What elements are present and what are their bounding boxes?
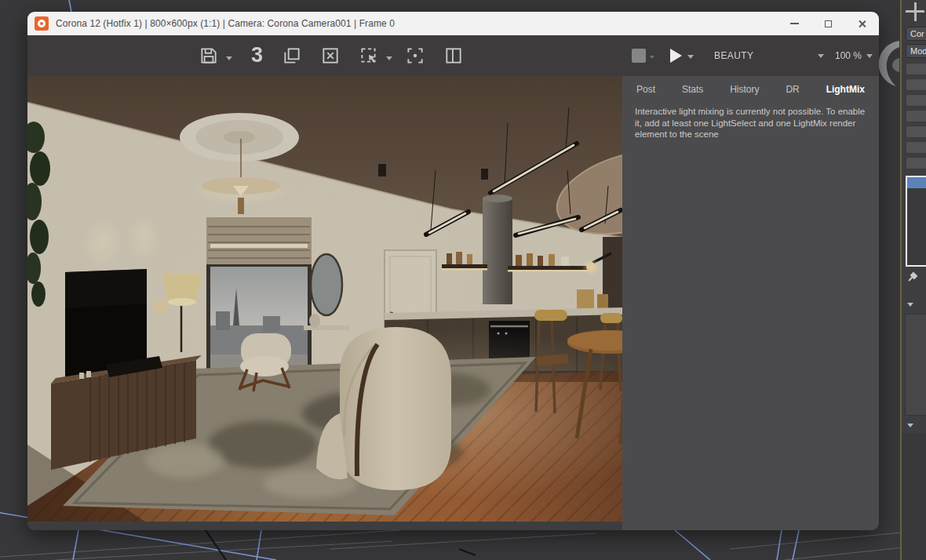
- render-region-icon[interactable]: [359, 45, 379, 66]
- plus-icon[interactable]: [906, 2, 924, 21]
- render-column: [27, 76, 622, 530]
- command-button-4[interactable]: [906, 110, 926, 122]
- lightmix-message: Interactive light mixing is currently no…: [622, 98, 879, 140]
- start-options-caret-icon[interactable]: [687, 55, 694, 59]
- max-command-panel-strip: Cor Mod: [900, 0, 926, 560]
- tab-dr[interactable]: DR: [786, 84, 799, 95]
- tab-lightmix[interactable]: LightMix: [826, 84, 865, 95]
- selected-stack-item[interactable]: [907, 177, 926, 188]
- vfb-toolbar: 3: [27, 35, 879, 76]
- clear-vfb-icon[interactable]: [320, 45, 341, 66]
- corona-vfb-window: Corona 12 (Hotfix 1) | 800×600px (1:1) |…: [27, 12, 879, 530]
- panel-tabs: Post Stats History DR LightMix: [622, 76, 879, 98]
- command-field-2[interactable]: Mod: [906, 44, 926, 58]
- render-element-dropdown[interactable]: BEAUTY: [694, 50, 824, 61]
- tab-post[interactable]: Post: [636, 84, 655, 95]
- save-icon[interactable]: [199, 45, 219, 66]
- vfb-side-panel: Post Stats History DR LightMix Interacti…: [622, 76, 879, 530]
- titlebar[interactable]: Corona 12 (Hotfix 1) | 800×600px (1:1) |…: [27, 12, 879, 35]
- command-button-2[interactable]: [906, 78, 926, 91]
- command-panel-lower: [902, 433, 926, 560]
- rollout-arrow-2-icon[interactable]: [907, 424, 913, 427]
- rollout-arrow-1-icon[interactable]: [907, 303, 913, 307]
- render-element-caret-icon: [818, 54, 824, 58]
- pin-icon[interactable]: [907, 270, 920, 285]
- start-interactive-icon[interactable]: [670, 49, 682, 63]
- command-field-1[interactable]: Cor: [906, 27, 926, 41]
- minimize-button[interactable]: [778, 12, 811, 35]
- tab-history[interactable]: History: [730, 84, 759, 95]
- render-element-label: BEAUTY: [714, 50, 753, 61]
- render-bottom-strip: [27, 522, 622, 530]
- modifier-stack-list[interactable]: [906, 176, 926, 267]
- zoom-dropdown[interactable]: 100 %: [824, 50, 873, 61]
- region-options-caret-icon[interactable]: [386, 56, 392, 60]
- window-title: Corona 12 (Hotfix 1) | 800×600px (1:1) |…: [56, 18, 395, 29]
- pick-focus-icon[interactable]: [405, 45, 425, 66]
- save-options-caret-icon[interactable]: [226, 56, 232, 60]
- corona-logo-icon: [35, 16, 49, 31]
- zoom-caret-icon: [866, 54, 873, 58]
- swatch-caret-icon[interactable]: [650, 56, 654, 59]
- color-swatch[interactable]: [632, 49, 646, 63]
- rollout-panel: [905, 314, 926, 416]
- zoom-label: 100 %: [835, 50, 862, 61]
- duplicate-to-history-icon[interactable]: [282, 45, 302, 66]
- command-button-3[interactable]: [906, 94, 926, 107]
- pass-counter: 3: [251, 43, 263, 67]
- command-button-7[interactable]: [906, 157, 926, 169]
- ab-compare-icon[interactable]: [443, 45, 464, 66]
- command-button-5[interactable]: [906, 125, 926, 138]
- tab-stats[interactable]: Stats: [682, 84, 703, 95]
- render-image[interactable]: [27, 76, 622, 522]
- command-button-6[interactable]: [906, 141, 926, 154]
- close-button[interactable]: [845, 12, 879, 35]
- maximize-button[interactable]: [811, 12, 845, 35]
- command-button-1[interactable]: [906, 63, 926, 75]
